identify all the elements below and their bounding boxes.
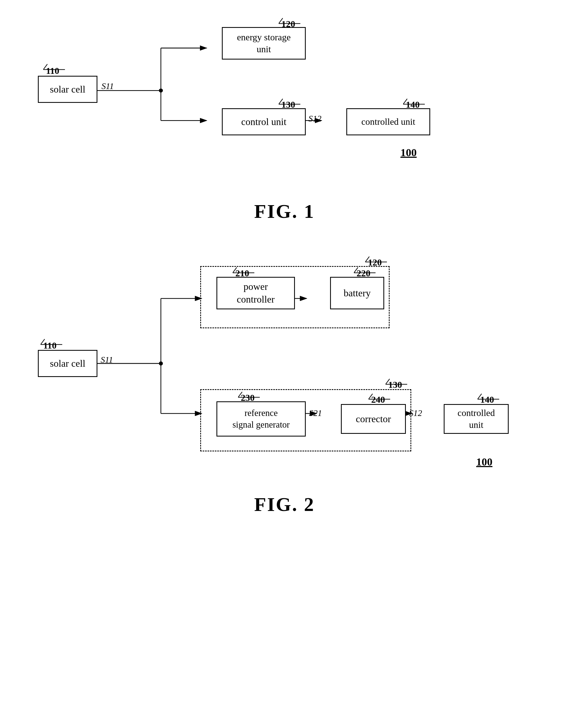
svg-line-29 xyxy=(365,257,369,262)
fig2-section: solar cell 110 S11 120 powercontroller 2… xyxy=(22,239,547,488)
svg-line-39 xyxy=(369,394,373,399)
controlled-unit-box-fig2: controlledunit xyxy=(444,404,509,434)
ref-line-240-fig2 xyxy=(369,393,393,400)
battery-label: battery xyxy=(344,287,371,300)
system-ref-fig1: 100 xyxy=(400,146,417,159)
ref-line-130-fig2 xyxy=(386,378,410,385)
fig2-title: FIG. 2 xyxy=(22,493,547,516)
signal-s12-fig1: S12 xyxy=(308,114,321,124)
ref-line-230-fig2 xyxy=(238,391,262,398)
svg-line-9 xyxy=(43,64,47,70)
solar-cell-label-fig2: solar cell xyxy=(50,357,85,370)
ref-line-210-fig2 xyxy=(233,267,257,274)
controlled-unit-label-fig2: controlledunit xyxy=(458,407,495,431)
svg-point-18 xyxy=(159,362,163,366)
energy-storage-label: energy storageunit xyxy=(237,31,291,55)
svg-line-15 xyxy=(403,99,407,104)
reference-signal-generator-label: referencesignal generator xyxy=(232,407,290,431)
ref-line-220-fig2 xyxy=(354,267,378,274)
signal-s12-fig2: S12 xyxy=(409,408,422,418)
controlled-unit-box-fig1: controlled unit xyxy=(346,108,430,135)
ref-line-140-fig1 xyxy=(403,98,427,105)
svg-line-11 xyxy=(279,18,283,24)
energy-storage-box: energy storageunit xyxy=(222,27,306,60)
ref-line-110-fig1 xyxy=(43,64,68,70)
signal-s11-fig1: S11 xyxy=(101,81,114,91)
solar-cell-box-fig2: solar cell xyxy=(38,350,97,377)
controlled-unit-label-fig1: controlled unit xyxy=(361,116,415,128)
battery-box: battery xyxy=(330,277,384,309)
ref-line-110-fig2 xyxy=(41,339,65,345)
solar-cell-label-fig1: solar cell xyxy=(50,83,85,96)
control-unit-box: control unit xyxy=(222,108,306,135)
system-ref-fig2: 100 xyxy=(476,455,492,468)
signal-s21-fig2: S21 xyxy=(309,408,322,418)
fig1-section: solar cell 110 S11 energy storageunit 12… xyxy=(22,16,547,195)
reference-signal-generator-box: referencesignal generator xyxy=(216,401,306,437)
svg-point-2 xyxy=(159,88,163,93)
corrector-label: corrector xyxy=(356,413,391,425)
signal-s11-fig2: S11 xyxy=(101,355,113,365)
fig1-title: FIG. 1 xyxy=(22,200,547,223)
solar-cell-box-fig1: solar cell xyxy=(38,76,97,103)
svg-line-27 xyxy=(41,339,45,345)
corrector-box: corrector xyxy=(341,404,406,434)
page: solar cell 110 S11 energy storageunit 12… xyxy=(0,0,569,728)
ref-line-140-fig2 xyxy=(478,393,502,400)
ref-line-120-fig2 xyxy=(365,256,390,263)
ref-line-120-fig1 xyxy=(279,18,303,24)
power-controller-box: powercontroller xyxy=(216,277,295,309)
svg-line-37 xyxy=(238,392,242,397)
ref-line-130-fig1 xyxy=(279,98,303,105)
power-controller-label: powercontroller xyxy=(237,280,275,306)
svg-line-31 xyxy=(233,267,237,273)
svg-line-13 xyxy=(279,99,283,104)
svg-line-33 xyxy=(354,267,358,273)
svg-line-35 xyxy=(386,379,390,384)
control-unit-label: control unit xyxy=(241,116,287,128)
svg-line-41 xyxy=(478,394,482,399)
